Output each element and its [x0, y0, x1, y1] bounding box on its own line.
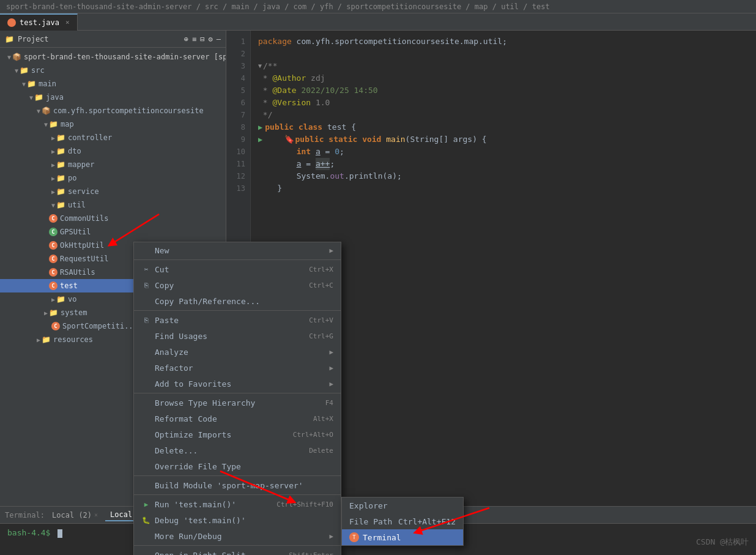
cm-label-text: Override File Type: [155, 462, 241, 471]
tree-label: sport-brand-ten-thousand-site-admin-serv…: [24, 53, 226, 61]
cm-label-text: Copy Path/Reference...: [155, 297, 260, 306]
tree-label: GPSUtil: [60, 228, 91, 236]
folder-icon: 📁: [20, 66, 29, 75]
tree-label: controller: [68, 133, 112, 142]
terminal-tab-local2[interactable]: Local (2) ×: [47, 510, 103, 521]
explorer-label: Explorer: [349, 501, 388, 510]
shortcut-text: Ctrl+Alt+F12: [398, 517, 456, 526]
sidebar-item-po[interactable]: ▶ 📁 po: [0, 171, 226, 185]
code-line-6: * @Version 1.0: [258, 97, 749, 109]
sidebar-item-main[interactable]: ▼ 📁 main: [0, 77, 226, 91]
delete-icon: [141, 445, 151, 455]
sidebar-icon-split[interactable]: ⊟: [200, 35, 204, 43]
code-line-10: int a = 0;: [258, 146, 749, 158]
code-line-11: a = a++;: [258, 158, 749, 170]
cm-item-analyze[interactable]: Analyze ▶: [134, 344, 341, 360]
sidebar-item-java[interactable]: ▼ 📁 java: [0, 91, 226, 104]
new-icon: [141, 245, 151, 255]
cm-item-reformat[interactable]: Reformat Code Alt+X: [134, 411, 341, 426]
cm-item-paste[interactable]: ⎘ Paste Ctrl+V: [134, 312, 341, 328]
term-tab-close-icon[interactable]: ×: [94, 512, 98, 518]
tree-label: CommonUtils: [60, 214, 108, 223]
cm-item-new[interactable]: New ▶: [134, 242, 341, 258]
folder-icon: 📁: [49, 308, 58, 317]
cm-item-override[interactable]: Override File Type: [134, 458, 341, 474]
sidebar-item-util[interactable]: ▼ 📁 util: [0, 198, 226, 212]
arrow-icon: ▶: [329, 247, 333, 255]
cm-label-text: Open in Right Split: [155, 551, 246, 556]
submenu-item-terminal[interactable]: T Terminal: [342, 529, 463, 545]
tree-label: vo: [68, 295, 76, 304]
copy-icon: ⎘: [141, 280, 151, 290]
cm-label-text: More Run/Debug: [155, 532, 222, 541]
arrow-icon: ▶: [329, 348, 333, 356]
cm-label-text: Run 'test.main()': [155, 500, 236, 509]
term-tab-label: Local (2): [52, 511, 92, 520]
cm-item-add-favorites[interactable]: Add to Favorites ▶: [134, 376, 341, 392]
shortcut-text: Ctrl+G: [309, 332, 333, 340]
sidebar-icon-add[interactable]: ⊕: [184, 35, 188, 43]
code-line-8: ▶ public class test {: [258, 121, 749, 133]
sidebar-item-common-utils[interactable]: C CommonUtils: [0, 212, 226, 225]
chevron-icon: ▼: [29, 94, 33, 101]
sidebar-icon-list[interactable]: ≡: [192, 35, 196, 43]
chevron-icon: ▼: [51, 202, 55, 209]
cm-item-cut[interactable]: ✂ Cut Ctrl+X: [134, 261, 341, 277]
cm-item-browse-type[interactable]: Browse Type Hierarchy F4: [134, 395, 341, 411]
cm-item-find-usages[interactable]: Find Usages Ctrl+G: [134, 328, 341, 344]
sidebar-item-mapper[interactable]: ▶ 📁 mapper: [0, 158, 226, 171]
sidebar-icon-settings[interactable]: ⚙: [209, 35, 213, 43]
sidebar-item-dto[interactable]: ▶ 📁 dto: [0, 144, 226, 158]
cm-item-open-right[interactable]: Open in Right Split Shift+Enter: [134, 547, 341, 555]
sidebar-item-service[interactable]: ▶ 📁 service: [0, 185, 226, 198]
cm-item-copy-path[interactable]: Copy Path/Reference...: [134, 293, 341, 309]
folder-icon: 📁: [42, 335, 51, 344]
terminal-label: Terminal: [363, 533, 401, 542]
java-class-icon: C: [49, 241, 57, 250]
build-icon: [141, 480, 151, 490]
run-icon: ▶: [141, 499, 151, 509]
tree-label: main: [39, 80, 56, 88]
cm-item-copy[interactable]: ⎘ Copy Ctrl+C: [134, 277, 341, 293]
sidebar-item-package[interactable]: ▼ 📦 com.yfh.sportcompetitioncoursesite: [0, 104, 226, 117]
separator: [134, 259, 341, 260]
terminal-icon: T: [349, 532, 359, 542]
java-class-icon: C: [49, 255, 57, 263]
chevron-icon: ▼: [22, 81, 26, 88]
shortcut-text: Delete: [309, 447, 333, 455]
folder-icon: 📁: [56, 147, 65, 155]
sidebar-icon-minimize[interactable]: —: [217, 35, 221, 43]
cm-item-debug[interactable]: 🐛 Debug 'test.main()': [134, 512, 341, 528]
submenu-open-in: Explorer File Path Ctrl+Alt+F12 T Termin…: [341, 497, 464, 546]
cm-item-delete[interactable]: Delete... Delete: [134, 442, 341, 458]
chevron-icon: ▼: [7, 54, 11, 61]
project-icon: 📁: [5, 35, 14, 43]
sidebar-item-project-root[interactable]: ▼ 📦 sport-brand-ten-thousand-site-admin-…: [0, 50, 226, 64]
cm-item-more-run[interactable]: More Run/Debug ▶: [134, 528, 341, 544]
chevron-right-icon: ▶: [51, 148, 55, 155]
tab-close-button[interactable]: ×: [65, 18, 70, 26]
cm-item-build[interactable]: Build Module 'sport-map-server': [134, 477, 341, 493]
cm-item-optimize[interactable]: Optimize Imports Ctrl+Alt+O: [134, 426, 341, 442]
cm-item-refactor[interactable]: Refactor ▶: [134, 360, 341, 376]
cm-item-run[interactable]: ▶ Run 'test.main()' Ctrl+Shift+F10: [134, 496, 341, 512]
optimize-icon: [141, 430, 151, 439]
sidebar-item-src[interactable]: ▼ 📁 src: [0, 64, 226, 77]
chevron-right-icon: ▶: [51, 162, 55, 168]
tree-label: com.yfh.sportcompetitioncoursesite: [53, 106, 204, 115]
arrow-icon: ▶: [329, 532, 333, 540]
sidebar-item-controller[interactable]: ▶ 📁 controller: [0, 131, 226, 144]
folder-icon: 📁: [56, 201, 65, 209]
chevron-right-icon: ▶: [51, 175, 55, 182]
sidebar-item-map[interactable]: ▼ 📁 map: [0, 117, 226, 131]
tab-label: test.java: [20, 18, 59, 27]
tab-test-java[interactable]: test.java ×: [0, 13, 78, 31]
sidebar-item-gps-util[interactable]: C GPSUtil: [0, 225, 226, 239]
submenu-item-explorer[interactable]: Explorer: [342, 497, 463, 513]
java-class-icon: C: [49, 228, 57, 236]
filepath-label: File Path: [349, 517, 392, 526]
shortcut-text: Ctrl+V: [309, 316, 333, 324]
submenu-item-filepath[interactable]: File Path Ctrl+Alt+F12: [342, 513, 463, 529]
cm-label-text: Cut: [155, 265, 169, 274]
folder-icon: 📁: [56, 133, 65, 142]
